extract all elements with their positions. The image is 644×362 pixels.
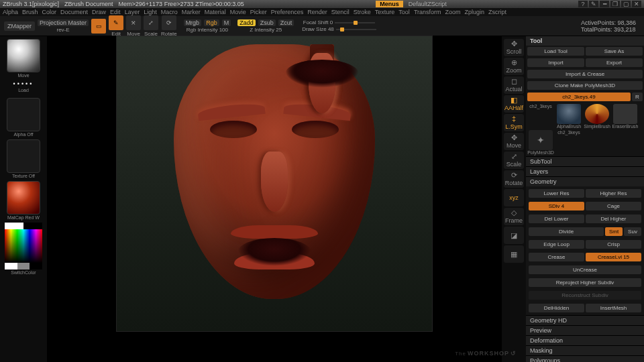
higher-res-button[interactable]: Higher Res (586, 189, 641, 198)
tool-thumb-polymesh[interactable]: PolyMesh3D (527, 130, 554, 155)
menu-picker[interactable]: Picker (250, 9, 267, 15)
rotate-view-button[interactable]: ⟳Rotate (504, 170, 524, 188)
import-crease-button[interactable]: Import & Crease (527, 70, 643, 78)
menu-texture[interactable]: Texture (375, 9, 395, 15)
swatch-row[interactable] (5, 223, 42, 229)
crease-button[interactable]: Crease (529, 253, 584, 261)
rotate-mode-button[interactable]: ⟳ (162, 15, 176, 30)
aahalf-button[interactable]: ◧AAHalf (504, 95, 524, 113)
edit-mode-button[interactable]: ✎ (109, 15, 123, 30)
section-layers[interactable]: Layers (526, 166, 644, 176)
crease-lvl-slider[interactable]: CreaseLvl 15 (586, 253, 641, 261)
menu-draw[interactable]: Draw (92, 9, 106, 15)
section-geometry-hd[interactable]: Geometry HD (526, 315, 644, 325)
menu-edit[interactable]: Edit (110, 9, 121, 15)
document-canvas[interactable] (117, 36, 432, 331)
stroke-dots-icon[interactable]: ••••• (13, 80, 34, 87)
rgb-button[interactable]: Rgb (204, 19, 219, 26)
max-icon[interactable]: ▢ (621, 1, 631, 7)
gradient-row[interactable] (5, 263, 42, 269)
reproject-button[interactable]: Reproject Higher Subdiv (529, 278, 641, 287)
menu-brush[interactable]: Brush (22, 9, 38, 15)
tool-thumb-head1[interactable]: ch2_3keys (527, 104, 554, 129)
export-button[interactable]: Export (586, 58, 643, 67)
import-button[interactable]: Import (527, 58, 584, 67)
persp-button[interactable]: ◪ (504, 227, 524, 244)
mrgb-button[interactable]: Mrgb (184, 19, 202, 26)
menu-zoom[interactable]: Zoom (445, 9, 461, 15)
draw-size-label[interactable]: Draw Size 48 (302, 26, 334, 32)
menu-preferences[interactable]: Preferences (271, 9, 304, 15)
uncrease-button[interactable]: UnCrease (529, 265, 641, 274)
scale-view-button[interactable]: ⤢Scale (504, 152, 524, 169)
zoom-button[interactable]: ⊕Zoom (504, 58, 524, 75)
zsub-button[interactable]: Zsub (258, 19, 276, 26)
frame-button[interactable]: ◇Frame (504, 208, 524, 225)
crisp-button[interactable]: Crisp (586, 240, 641, 249)
zadd-button[interactable]: Zadd (237, 19, 256, 26)
del-lower-button[interactable]: Del Lower (529, 215, 584, 223)
move-mode-button[interactable]: ⤧ (126, 15, 141, 30)
menu-color[interactable]: Color (42, 9, 57, 15)
menu-zscript[interactable]: Zscript (488, 9, 506, 15)
note-icon[interactable]: ✎ (589, 1, 598, 7)
texture-thumb[interactable] (7, 139, 40, 173)
menu-alpha[interactable]: Alpha (3, 9, 18, 15)
sdiv-slider[interactable]: SDiv 4 (529, 202, 584, 210)
actual-button[interactable]: ◻Actual (504, 76, 524, 94)
section-deformation[interactable]: Deformation (526, 335, 644, 345)
zmapper-button[interactable]: ZMapper (4, 21, 35, 31)
menu-tool[interactable]: Tool (398, 9, 410, 15)
section-polygroups[interactable]: Polygroups (526, 355, 644, 362)
r-button[interactable]: R (632, 93, 643, 101)
section-preview[interactable]: Preview (526, 325, 644, 335)
insertmesh-button[interactable]: InsertMesh (586, 304, 641, 312)
menu-light[interactable]: Light (144, 9, 157, 15)
z-intensity-label[interactable]: Z Intensity 25 (250, 27, 282, 33)
section-subtool[interactable]: SubTool (526, 156, 644, 166)
help-icon[interactable]: ? (578, 1, 588, 7)
material-thumb[interactable] (7, 181, 40, 215)
tool-thumb-head2[interactable]: ch2_3keys (555, 130, 582, 155)
menu-marker[interactable]: Marker (182, 9, 201, 15)
min-icon[interactable]: ━ (600, 1, 609, 7)
menu-transform[interactable]: Transform (414, 9, 441, 15)
menu-layer[interactable]: Layer (125, 9, 140, 15)
edge-loop-button[interactable]: Edge Loop (529, 240, 584, 249)
rgb-intensity-label[interactable]: Rgb Intensity 100 (186, 27, 228, 33)
close-icon[interactable]: ✕ (632, 1, 641, 7)
lsym-button[interactable]: ‡L.Sym (504, 114, 524, 131)
suv-button[interactable]: Suv (624, 227, 641, 236)
color-picker[interactable] (5, 229, 42, 263)
section-masking[interactable]: Masking (526, 345, 644, 355)
menu-stencil[interactable]: Stencil (331, 9, 350, 15)
menu-stroke[interactable]: Stroke (354, 9, 371, 15)
draw-mode-button[interactable]: ▭ (91, 19, 106, 34)
menu-render[interactable]: Render (307, 9, 327, 15)
menu-material[interactable]: Material (205, 9, 226, 15)
load-tool-button[interactable]: Load Tool (527, 47, 584, 56)
brush-thumb[interactable] (7, 39, 40, 72)
switch-color-label[interactable]: SwitchColor (11, 270, 36, 275)
smt-button[interactable]: Smt (605, 227, 623, 236)
section-geometry[interactable]: Geometry (526, 176, 644, 186)
draw-size-slider[interactable] (336, 29, 376, 30)
focal-shift-label[interactable]: Focal Shift 0 (303, 19, 333, 25)
xyz-button[interactable]: xyz (504, 189, 524, 206)
lower-res-button[interactable]: Lower Res (529, 189, 584, 198)
del-higher-button[interactable]: Del Higher (586, 215, 641, 223)
default-zscript[interactable]: DefaultZScript (409, 1, 447, 7)
scroll-button[interactable]: ✥Scroll (504, 39, 524, 56)
clone-polymesh-button[interactable]: Clone Make PolyMesh3D (527, 81, 643, 90)
alpha-thumb[interactable] (7, 98, 40, 131)
menu-macro[interactable]: Macro (161, 9, 178, 15)
menu-document[interactable]: Document (60, 9, 88, 15)
delhidden-button[interactable]: DelHidden (529, 304, 584, 312)
tool-thumb-alpha[interactable]: AlphaBrush (555, 104, 582, 129)
m-button[interactable]: M (222, 19, 231, 26)
move-view-button[interactable]: ✥Move (504, 133, 524, 150)
tool-thumb-simple[interactable]: SimpleBrush (584, 104, 610, 129)
pframe-button[interactable]: ▦ (504, 245, 524, 263)
menu-movie[interactable]: Movie (230, 9, 246, 15)
save-as-button[interactable]: Save As (586, 47, 643, 56)
